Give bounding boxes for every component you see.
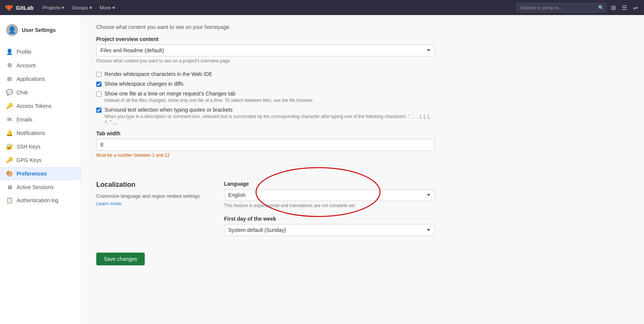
sidebar-item-profile[interactable]: 👤Profile — [0, 45, 81, 59]
sidebar-item-ssh-keys[interactable]: 🔐SSH Keys — [0, 140, 81, 153]
sidebar-label-7: SSH Keys — [17, 144, 41, 150]
merge-request-icon[interactable]: ⇌ — [632, 3, 639, 13]
search-input[interactable] — [516, 3, 606, 12]
sidebar-label-0: Profile — [17, 49, 32, 55]
project-overview-label: Project overview content — [96, 36, 435, 42]
sidebar-label-3: Chat — [17, 89, 28, 95]
avatar: 👤 — [6, 24, 18, 36]
save-section: Save changes — [96, 244, 435, 265]
sidebar-item-preferences[interactable]: 🎨Preferences — [0, 167, 81, 180]
add-icon[interactable]: ⊞ — [609, 3, 617, 13]
todo-icon[interactable]: ☰ — [620, 3, 629, 13]
checkbox-surround-text[interactable] — [96, 107, 102, 113]
sidebar-label-8: GPG Keys — [17, 157, 41, 163]
sidebar-item-notifications[interactable]: 🔔Notifications — [0, 126, 81, 140]
sidebar-item-active-sessions[interactable]: 🖥Active Sessions — [0, 180, 81, 194]
localization-title: Localization — [96, 181, 202, 189]
first-day-label: First day of the week — [224, 216, 435, 222]
localization-right: Language EnglishFrenchGermanSpanishJapan… — [224, 181, 435, 244]
localization-section: Localization Customize language and regi… — [96, 173, 435, 244]
localization-wrapper: Localization Customize language and regi… — [96, 173, 435, 244]
search-icon[interactable]: 🔍 — [598, 5, 604, 11]
sidebar-icon-5: ✉ — [6, 116, 13, 123]
checkbox-label-render-whitespace[interactable]: Render whitespace characters in the Web … — [105, 71, 212, 77]
sidebar-item-access-tokens[interactable]: 🔑Access Tokens — [0, 99, 81, 113]
sidebar-icon-2: ⊞ — [6, 76, 13, 82]
sidebar-item-chat[interactable]: 💬Chat — [0, 86, 81, 99]
content-area: Choose what content you want to see on y… — [96, 24, 435, 265]
sidebar-label-11: Authentication log — [17, 197, 58, 203]
top-navigation: GitLab Projects ▾ Groups ▾ More ▾ 🔍 ⊞ ☰ … — [0, 0, 644, 15]
sidebar-icon-3: 💬 — [6, 89, 13, 96]
project-overview-hint: Choose what content you want to see on a… — [96, 58, 435, 64]
nav-more[interactable]: More ▾ — [97, 3, 118, 12]
nav-groups[interactable]: Groups ▾ — [69, 3, 95, 12]
checkbox-row-one-file-at-time: Show one file at a time on merge request… — [96, 91, 435, 103]
gitlab-logo[interactable]: GitLab — [5, 3, 34, 12]
tab-width-group: Tab width Must be a number between 1 and… — [96, 130, 435, 158]
sidebar-item-applications[interactable]: ⊞Applications — [0, 72, 81, 86]
sidebar-label-6: Notifications — [17, 130, 45, 136]
checkbox-hint-one-file-at-time: Instead of all the files changed, show o… — [105, 98, 314, 103]
language-group: Language EnglishFrenchGermanSpanishJapan… — [224, 181, 435, 208]
sidebar-item-emails[interactable]: ✉Emails — [0, 113, 81, 126]
nav-projects[interactable]: Projects ▾ — [40, 3, 68, 12]
localization-desc: Customize language and region related se… — [96, 192, 202, 207]
localization-left: Localization Customize language and regi… — [96, 181, 202, 244]
checkbox-hint-surround-text: When you type in a description or commen… — [105, 114, 435, 124]
sidebar-title: User Settings — [22, 27, 56, 33]
language-label: Language — [224, 181, 435, 187]
sidebar-icon-4: 🔑 — [6, 103, 13, 109]
page-layout: 👤 User Settings 👤Profile⚙Account⊞Applica… — [0, 15, 644, 324]
checkbox-label-one-file-at-time[interactable]: Show one file at a time on merge request… — [105, 91, 235, 97]
sidebar-label-9: Preferences — [17, 171, 47, 177]
checkboxes-group: Render whitespace characters in the Web … — [96, 71, 435, 124]
sidebar-icon-7: 🔐 — [6, 143, 13, 150]
sidebar-icon-1: ⚙ — [6, 62, 13, 69]
sidebar-label-4: Access Tokens — [17, 103, 52, 109]
tab-width-label: Tab width — [96, 130, 435, 136]
section-divider — [96, 165, 435, 166]
project-overview-select[interactable]: Files and Readme (default)ActivityREADME — [96, 44, 435, 56]
project-overview-group: Project overview content Files and Readm… — [96, 36, 435, 64]
intro-text: Choose what content you want to see on y… — [96, 24, 435, 30]
checkbox-row-render-whitespace: Render whitespace characters in the Web … — [96, 71, 435, 77]
sidebar-icon-9: 🎨 — [6, 170, 13, 177]
checkbox-row-surround-text: Surround text selection when typing quot… — [96, 107, 435, 124]
tab-width-input[interactable] — [96, 139, 435, 151]
sidebar-item-authentication-log[interactable]: 📋Authentication log — [0, 194, 81, 207]
nav-menu: Projects ▾ Groups ▾ More ▾ — [40, 3, 118, 12]
sidebar-icon-6: 🔔 — [6, 130, 13, 136]
first-day-select[interactable]: System default (Sunday)MondaySaturdaySun… — [224, 224, 435, 236]
sidebar: 👤 User Settings 👤Profile⚙Account⊞Applica… — [0, 15, 81, 324]
checkbox-label-surround-text[interactable]: Surround text selection when typing quot… — [105, 107, 233, 113]
search-container: 🔍 — [516, 3, 606, 12]
sidebar-item-gpg-keys[interactable]: 🔑GPG Keys — [0, 153, 81, 167]
checkbox-show-whitespace[interactable] — [96, 82, 102, 87]
learn-more-link[interactable]: Learn more. — [96, 201, 123, 206]
nav-right: 🔍 ⊞ ☰ ⇌ — [516, 3, 639, 13]
tab-width-hint: Must be a number between 1 and 12 — [96, 153, 435, 158]
sidebar-label-2: Applications — [17, 76, 45, 82]
sidebar-nav: 👤Profile⚙Account⊞Applications💬Chat🔑Acces… — [0, 42, 81, 210]
first-day-group: First day of the week System default (Su… — [224, 216, 435, 236]
language-select[interactable]: EnglishFrenchGermanSpanishJapanese — [224, 189, 435, 201]
checkbox-render-whitespace[interactable] — [96, 72, 102, 77]
checkbox-label-show-whitespace[interactable]: Show whitespace changes in diffs — [105, 81, 183, 87]
sidebar-item-account[interactable]: ⚙Account — [0, 59, 81, 72]
sidebar-icon-8: 🔑 — [6, 157, 13, 164]
sidebar-header: 👤 User Settings — [0, 21, 81, 42]
checkbox-one-file-at-time[interactable] — [96, 91, 102, 97]
sidebar-label-1: Account — [17, 62, 36, 68]
sidebar-icon-11: 📋 — [6, 197, 13, 204]
sidebar-label-10: Active Sessions — [17, 184, 54, 190]
main-content: Choose what content you want to see on y… — [81, 15, 644, 324]
language-hint: This feature is experimental and transla… — [224, 203, 435, 208]
save-changes-button[interactable]: Save changes — [96, 253, 145, 265]
sidebar-icon-0: 👤 — [6, 48, 13, 55]
sidebar-label-5: Emails — [17, 117, 32, 123]
sidebar-icon-10: 🖥 — [6, 184, 13, 190]
checkbox-row-show-whitespace: Show whitespace changes in diffs — [96, 81, 435, 87]
